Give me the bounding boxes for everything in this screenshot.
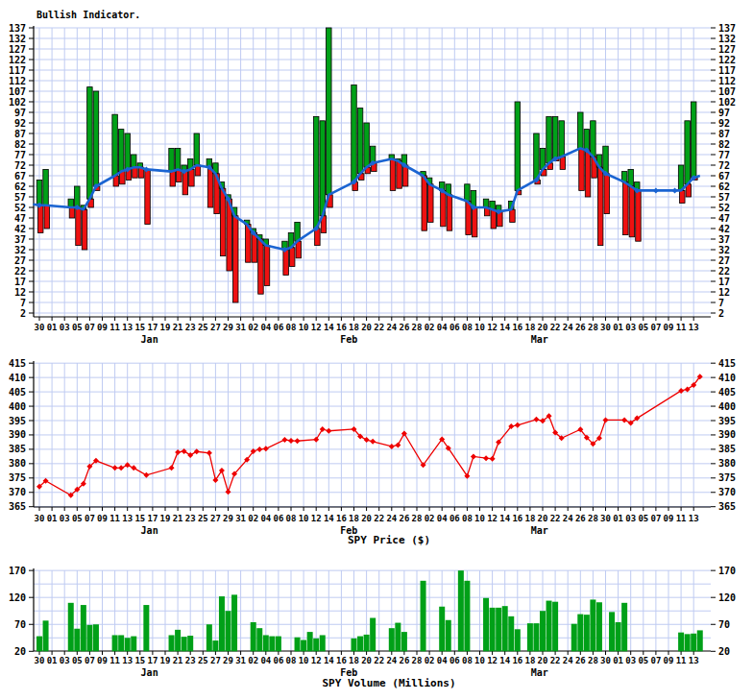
x-axis-label: 20 [538, 514, 548, 523]
y-axis-label-left: 112 [9, 76, 26, 86]
volume-bar [212, 640, 218, 651]
price-point [603, 417, 609, 422]
indicator-bull-bar [295, 222, 301, 241]
indicator-bull-bar [584, 130, 590, 151]
x-axis-label: 16 [512, 514, 522, 523]
x-axis-label: 18 [524, 514, 535, 523]
x-axis-label: 13 [689, 323, 699, 332]
x-axis-label: 01 [613, 514, 623, 523]
y-axis-label-left: 92 [14, 118, 26, 129]
indicator-bear-bar [296, 241, 302, 258]
x-axis-label: 16 [336, 514, 347, 523]
x-axis-label: 01 [613, 323, 623, 332]
y-axis-label-right: 77 [718, 150, 730, 160]
volume-bar [577, 615, 583, 652]
y-axis-label-left: 400 [9, 401, 26, 412]
volume-bar [74, 629, 80, 652]
volume-bar [175, 630, 181, 651]
volume-bar [364, 635, 370, 651]
x-axis-label: 22 [550, 656, 561, 665]
x-axis-label: 02 [248, 323, 258, 332]
x-axis-label: 04 [437, 323, 448, 332]
y-axis-label-right: 410 [718, 373, 736, 383]
x-axis-label: 28 [412, 514, 423, 523]
x-axis-label: 05 [638, 323, 648, 332]
volume-bar [401, 632, 407, 651]
y-axis-label-right: 170 [718, 566, 736, 576]
indicator-bull-bar [43, 169, 49, 205]
x-axis-label: 31 [235, 514, 246, 523]
x-axis-label: 07 [650, 514, 661, 523]
y-axis-label-right: 117 [718, 65, 736, 76]
volume-bar [263, 635, 269, 651]
x-axis-label: 26 [575, 323, 586, 332]
indicator-bull-bar [483, 199, 489, 207]
indicator-bear-bar [636, 190, 642, 241]
indicator-bear-bar [472, 207, 477, 237]
x-axis-label: 11 [676, 656, 687, 665]
y-axis-label-left: 107 [9, 86, 26, 97]
price-point [206, 450, 212, 456]
price-point [125, 462, 131, 468]
indicator-bull-bar [112, 114, 118, 176]
x-axis-label: 14 [499, 323, 510, 332]
x-axis-label: 26 [399, 323, 409, 332]
price-point [263, 446, 269, 451]
y-axis-label-right: 122 [718, 55, 736, 65]
volume-bar [389, 628, 395, 651]
y-axis-label-right: 37 [718, 234, 730, 245]
indicator-bull-bar [515, 102, 521, 190]
x-axis-label: 28 [588, 656, 598, 665]
price-point [118, 465, 124, 471]
indicator-bear-bar [597, 167, 603, 245]
indicator-bear-bar [69, 207, 75, 218]
y-axis-label-left: 17 [14, 277, 26, 287]
x-axis-label: 14 [499, 656, 510, 665]
x-axis-label: 14 [324, 656, 334, 665]
indicator-bear-bar [44, 205, 50, 229]
price-point [112, 465, 118, 471]
x-axis-label: 12 [311, 323, 322, 332]
y-axis-label-left: 77 [14, 150, 26, 160]
x-axis-label: 07 [85, 656, 95, 665]
indicator-bear-bar [422, 176, 427, 230]
x-axis-label: 11 [109, 323, 120, 332]
x-axis-label: 08 [462, 323, 473, 332]
y-axis-label-right: 2 [718, 308, 724, 319]
indicator-bear-bar [264, 246, 270, 286]
price-point [515, 422, 521, 428]
y-axis-label-left: 127 [9, 44, 26, 55]
month-label: Jan [141, 525, 158, 536]
volume-bar [395, 623, 401, 652]
volume-bar [36, 637, 42, 652]
x-axis-label: 18 [524, 323, 535, 332]
y-axis-label-right: 365 [718, 501, 736, 512]
y-axis-label-left: 2 [20, 308, 26, 319]
price-point [401, 430, 407, 436]
y-axis-label-right: 82 [718, 139, 730, 150]
x-axis-label: 03 [625, 656, 636, 665]
volume-bar [320, 635, 326, 651]
y-axis-label-right: 7 [718, 298, 724, 308]
x-axis-label: 26 [575, 656, 586, 665]
volume-bar [226, 611, 231, 651]
x-axis-label: 13 [122, 323, 133, 332]
price-point [471, 453, 476, 459]
x-axis-label: 28 [412, 323, 423, 332]
volume-bar [68, 603, 74, 651]
price-point [490, 456, 496, 462]
x-axis-label: 06 [449, 323, 460, 332]
indicator-bear-bar [37, 205, 43, 233]
volume-bar [685, 634, 691, 651]
volume-bar [125, 638, 131, 651]
indicator-bull-bar [559, 121, 565, 157]
volume-bar [169, 635, 175, 651]
x-axis-label: 25 [198, 514, 208, 523]
x-axis-label: 24 [386, 656, 397, 665]
indicator-bear-bar [498, 211, 503, 226]
indicator-bear-bar [491, 209, 497, 229]
price-point [169, 465, 175, 471]
y-axis-label-right: 400 [718, 401, 736, 412]
indicator-bear-bar [680, 190, 686, 203]
x-axis-label: 01 [47, 656, 58, 665]
